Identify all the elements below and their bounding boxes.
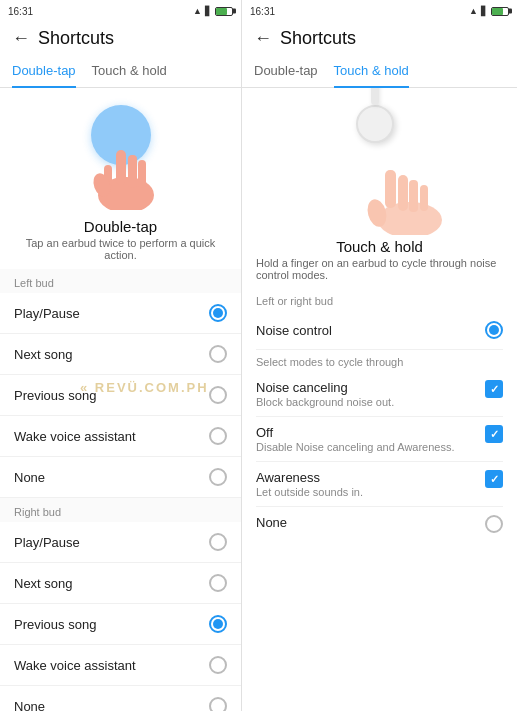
left-back-button[interactable]: ← [12,28,30,49]
right-option-prev-song[interactable]: Previous song [0,604,241,645]
right-wifi-icon: ▲ [469,6,478,16]
touch-hold-image [315,95,445,235]
noise-canceling-title: Noise canceling [256,380,475,395]
svg-rect-7 [385,170,396,208]
left-subtitle: Tap an earbud twice to perform a quick a… [0,237,241,261]
left-time: 16:31 [8,6,33,17]
noise-control-row[interactable]: Noise control [256,311,503,350]
double-tap-image [71,100,171,210]
radio-none-mode[interactable] [485,515,503,533]
radio-prev-song-left[interactable] [209,386,227,404]
radio-none-left[interactable] [209,468,227,486]
left-option-prev-song[interactable]: Previous song [0,375,241,416]
right-back-button[interactable]: ← [254,28,272,49]
tab-touch-hold-right[interactable]: Touch & hold [334,55,409,88]
mode-noise-canceling[interactable]: Noise canceling Block background noise o… [256,372,503,417]
touch-hold-description: Hold a finger on an earbud to cycle thro… [256,257,503,281]
right-page-title: Shortcuts [280,28,356,49]
mode-off[interactable]: Off Disable Noise canceling and Awarenes… [256,417,503,462]
radio-play-pause-right[interactable] [209,533,227,551]
radio-voice-left[interactable] [209,427,227,445]
battery-icon [215,7,233,16]
mode-awareness[interactable]: Awareness Let outside sounds in. [256,462,503,507]
radio-play-pause-left[interactable] [209,304,227,322]
earbud-head [356,105,394,143]
svg-rect-10 [420,185,428,211]
checkbox-off[interactable] [485,425,503,443]
left-status-bar: 16:31 ▲ ▋ [0,0,241,22]
left-page-title: Shortcuts [38,28,114,49]
wifi-icon: ▲ [193,6,202,16]
mode-noise-canceling-text: Noise canceling Block background noise o… [256,380,485,408]
none-title: None [256,515,475,530]
left-status-icons: ▲ ▋ [193,6,233,16]
radio-none-right[interactable] [209,697,227,711]
right-status-icons: ▲ ▋ [469,6,509,16]
signal-icon: ▋ [205,6,212,16]
awareness-sub: Let outside sounds in. [256,486,475,498]
mode-none-text: None [256,515,485,530]
right-signal-icon: ▋ [481,6,488,16]
right-scroll: Hold a finger on an earbud to cycle thro… [242,257,517,711]
mode-none[interactable]: None [256,507,503,541]
right-tabs: Double-tap Touch & hold [242,55,517,88]
right-option-voice-assist[interactable]: Wake voice assistant [0,645,241,686]
right-option-play-pause[interactable]: Play/Pause [0,522,241,563]
right-option-next-song[interactable]: Next song [0,563,241,604]
left-panel: 16:31 ▲ ▋ ← Shortcuts Double-tap Touch &… [0,0,242,711]
left-tabs: Double-tap Touch & hold [0,55,241,88]
right-panel: 16:31 ▲ ▋ ← Shortcuts Double-tap Touch &… [242,0,517,711]
checkbox-noise-canceling[interactable] [485,380,503,398]
radio-voice-right[interactable] [209,656,227,674]
checkbox-awareness[interactable] [485,470,503,488]
left-option-none[interactable]: None [0,457,241,498]
right-illustration [242,88,517,238]
radio-next-song-left[interactable] [209,345,227,363]
hand-svg [86,130,166,210]
svg-rect-8 [398,175,408,211]
touch-hold-section: Hold a finger on an earbud to cycle thro… [242,257,517,541]
left-option-voice-assist[interactable]: Wake voice assistant [0,416,241,457]
left-caption: Double-tap [0,218,241,235]
right-time: 16:31 [250,6,275,17]
noise-canceling-sub: Block background noise out. [256,396,475,408]
tab-touch-hold-left[interactable]: Touch & hold [92,55,167,88]
svg-rect-3 [138,160,146,188]
left-header: ← Shortcuts [0,22,241,55]
select-modes-label: Select modes to cycle through [256,350,503,372]
right-status-bar: 16:31 ▲ ▋ [242,0,517,22]
svg-rect-1 [116,150,126,185]
radio-noise-control[interactable] [485,321,503,339]
left-illustration [0,88,241,218]
right-battery-icon [491,7,509,16]
svg-rect-2 [128,155,137,188]
mode-off-text: Off Disable Noise canceling and Awarenes… [256,425,485,453]
right-bud-header: Right bud [0,498,241,522]
off-title: Off [256,425,475,440]
right-caption: Touch & hold [242,238,517,255]
left-scroll: Left bud Play/Pause Next song Previous s… [0,269,241,711]
off-sub: Disable Noise canceling and Awareness. [256,441,475,453]
earbud-stem [371,88,379,105]
radio-next-song-right[interactable] [209,574,227,592]
right-header: ← Shortcuts [242,22,517,55]
right-option-none[interactable]: None [0,686,241,711]
awareness-title: Awareness [256,470,475,485]
radio-prev-song-right[interactable] [209,615,227,633]
left-bud-header: Left bud [0,269,241,293]
hold-hand-svg [355,155,445,235]
left-option-play-pause[interactable]: Play/Pause [0,293,241,334]
noise-control-label: Noise control [256,323,332,338]
left-right-bud-header: Left or right bud [256,287,503,311]
mode-awareness-text: Awareness Let outside sounds in. [256,470,485,498]
left-option-next-song[interactable]: Next song [0,334,241,375]
tab-double-tap-left[interactable]: Double-tap [12,55,76,88]
tab-double-tap-right[interactable]: Double-tap [254,55,318,88]
svg-rect-9 [409,180,418,212]
